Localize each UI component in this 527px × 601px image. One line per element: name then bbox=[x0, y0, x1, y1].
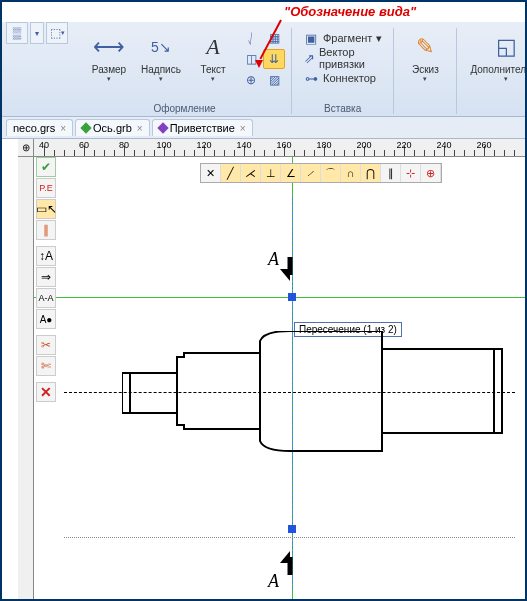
ftool-12[interactable]: ⊕ bbox=[421, 164, 441, 182]
section-arrow-top bbox=[278, 255, 302, 283]
snap-handle-bottom[interactable] bbox=[288, 525, 296, 533]
qat-hatch-dropdown[interactable]: ▾ bbox=[30, 22, 44, 44]
tool-a[interactable]: ↕A bbox=[36, 246, 56, 266]
svg-marker-1 bbox=[280, 269, 290, 281]
dropdown-icon: ▾ bbox=[376, 32, 382, 45]
quick-access-toolbar: ▒ ▾ ⬚▾ bbox=[6, 22, 68, 44]
section-arrow-bottom bbox=[278, 549, 302, 577]
separator bbox=[36, 241, 56, 245]
tab-label: Ось.grb bbox=[93, 122, 132, 134]
ftool-1[interactable]: ✕ bbox=[201, 164, 221, 182]
callout-arrow bbox=[255, 60, 263, 68]
ribbon: ⟷ Размер ▾ 5↘ Надпись ▾ A Текст ▾ ⎷ ▦ ◫ … bbox=[2, 22, 525, 117]
doc-tab-welcome[interactable]: Приветствие × bbox=[152, 119, 253, 136]
group-label-oformlenie: Оформление bbox=[153, 103, 215, 114]
ruler-corner[interactable]: ⊕ bbox=[18, 139, 34, 157]
sketch-label: Эскиз bbox=[412, 64, 439, 75]
ftool-7[interactable]: ⌒ bbox=[321, 164, 341, 182]
separator bbox=[36, 330, 56, 334]
horizontal-ruler: 406080100120140160180200220240260 bbox=[34, 139, 525, 157]
tool-aa[interactable]: A-A bbox=[36, 288, 56, 308]
tab-label: neco.grs bbox=[13, 122, 55, 134]
guide-horizontal bbox=[64, 537, 515, 538]
dropdown-icon: ▾ bbox=[107, 75, 111, 83]
svg-rect-7 bbox=[382, 349, 502, 433]
connector-button[interactable]: ⊶ Коннектор bbox=[298, 68, 387, 88]
left-toolbar: ✔ P.E ▭↖ ∥ ↕A ⇒ A-A A● ✂ ✄ ✕ bbox=[36, 157, 58, 402]
cancel-button[interactable]: ✕ bbox=[36, 382, 56, 402]
tool-select[interactable]: ▭↖ bbox=[36, 199, 56, 219]
svg-marker-3 bbox=[280, 551, 290, 563]
tool-cut2[interactable]: ✄ bbox=[36, 356, 56, 376]
mechanical-part bbox=[122, 331, 522, 461]
ribbon-group-sketch: ✎ Эскиз ▾ bbox=[394, 28, 457, 114]
floating-toolbar: ✕ ╱ ⋌ ⊥ ∠ ⟋ ⌒ ∩ ⋂ ∥ ⊹ ⊕ bbox=[200, 163, 442, 183]
tool-vert[interactable]: ∥ bbox=[36, 220, 56, 240]
tool-pe[interactable]: P.E bbox=[36, 178, 56, 198]
view-designation-button[interactable]: ⇊ bbox=[263, 49, 285, 69]
ftool-10[interactable]: ∥ bbox=[381, 164, 401, 182]
tool-adot[interactable]: A● bbox=[36, 309, 56, 329]
close-icon[interactable]: × bbox=[137, 123, 143, 134]
close-icon[interactable]: × bbox=[60, 123, 66, 134]
sketch-icon: ✎ bbox=[409, 31, 441, 63]
dropdown-icon: ▾ bbox=[159, 75, 163, 83]
size-icon: ⟷ bbox=[93, 31, 125, 63]
extra-icon: ◱ bbox=[490, 31, 522, 63]
text-icon: A bbox=[197, 31, 229, 63]
vector-label: Вектор привязки bbox=[319, 46, 382, 70]
vector-button[interactable]: ⇗ Вектор привязки bbox=[298, 48, 387, 68]
ftool-9[interactable]: ⋂ bbox=[361, 164, 381, 182]
ribbon-group-vstavka: ▣ Фрагмент ▾ ⇗ Вектор привязки ⊶ Коннект… bbox=[292, 28, 394, 114]
sketch-button[interactable]: ✎ Эскиз ▾ bbox=[400, 28, 450, 86]
text-label: Текст bbox=[200, 64, 225, 75]
roughness-button[interactable]: ⎷ bbox=[240, 28, 262, 48]
fragment-label: Фрагмент bbox=[323, 32, 372, 44]
close-icon[interactable]: × bbox=[240, 123, 246, 134]
extra-button[interactable]: ◱ Дополнительно ▾ bbox=[463, 28, 527, 86]
qat-hatch-button[interactable]: ▒ bbox=[6, 22, 28, 44]
extra-label: Дополнительно bbox=[470, 64, 527, 75]
axis-button[interactable]: ⊕ bbox=[240, 70, 262, 90]
diamond-icon bbox=[157, 122, 168, 133]
snap-handle-top[interactable] bbox=[288, 293, 296, 301]
fragment-icon: ▣ bbox=[303, 30, 319, 46]
canvas-area: ⊕ 406080100120140160180200220240260 ✔ P.… bbox=[2, 139, 525, 599]
ftool-3[interactable]: ⋌ bbox=[241, 164, 261, 182]
fragment-button[interactable]: ▣ Фрагмент ▾ bbox=[298, 28, 387, 48]
text-button[interactable]: A Текст ▾ bbox=[188, 28, 238, 86]
dropdown-icon: ▾ bbox=[504, 75, 508, 83]
ftool-6[interactable]: ⟋ bbox=[301, 164, 321, 182]
drawing-viewport[interactable]: Пересечение (1 из 2) A A bbox=[34, 157, 525, 599]
ftool-8[interactable]: ∩ bbox=[341, 164, 361, 182]
vertical-ruler bbox=[18, 157, 34, 599]
ribbon-group-extra: ◱ Дополнительно ▾ bbox=[457, 28, 527, 114]
ok-button[interactable]: ✔ bbox=[36, 157, 56, 177]
ftool-4[interactable]: ⊥ bbox=[261, 164, 281, 182]
dropdown-icon: ▾ bbox=[211, 75, 215, 83]
inscription-button[interactable]: 5↘ Надпись ▾ bbox=[136, 28, 186, 86]
tab-label: Приветствие bbox=[170, 122, 235, 134]
document-tabbar: neco.grs × Ось.grb × Приветствие × bbox=[2, 117, 525, 139]
tool-cut[interactable]: ✂ bbox=[36, 335, 56, 355]
crosshair-horizontal bbox=[34, 297, 525, 298]
diamond-icon bbox=[80, 122, 91, 133]
vector-icon: ⇗ bbox=[303, 50, 315, 66]
ftool-5[interactable]: ∠ bbox=[281, 164, 301, 182]
doc-tab-os[interactable]: Ось.grb × bbox=[75, 119, 150, 136]
ftool-11[interactable]: ⊹ bbox=[401, 164, 421, 182]
callout-annotation: "Обозначение вида" bbox=[284, 4, 416, 19]
separator bbox=[36, 377, 56, 381]
size-label: Размер bbox=[92, 64, 126, 75]
group-label-vstavka: Вставка bbox=[324, 103, 361, 114]
qat-extra-button[interactable]: ⬚▾ bbox=[46, 22, 68, 44]
fill-button[interactable]: ▨ bbox=[263, 70, 285, 90]
inscription-icon: 5↘ bbox=[145, 31, 177, 63]
connector-icon: ⊶ bbox=[303, 70, 319, 86]
inscription-label: Надпись bbox=[141, 64, 181, 75]
dropdown-icon: ▾ bbox=[423, 75, 427, 83]
tool-arrow[interactable]: ⇒ bbox=[36, 267, 56, 287]
doc-tab-neco[interactable]: neco.grs × bbox=[6, 119, 73, 136]
ftool-2[interactable]: ╱ bbox=[221, 164, 241, 182]
size-button[interactable]: ⟷ Размер ▾ bbox=[84, 28, 134, 86]
